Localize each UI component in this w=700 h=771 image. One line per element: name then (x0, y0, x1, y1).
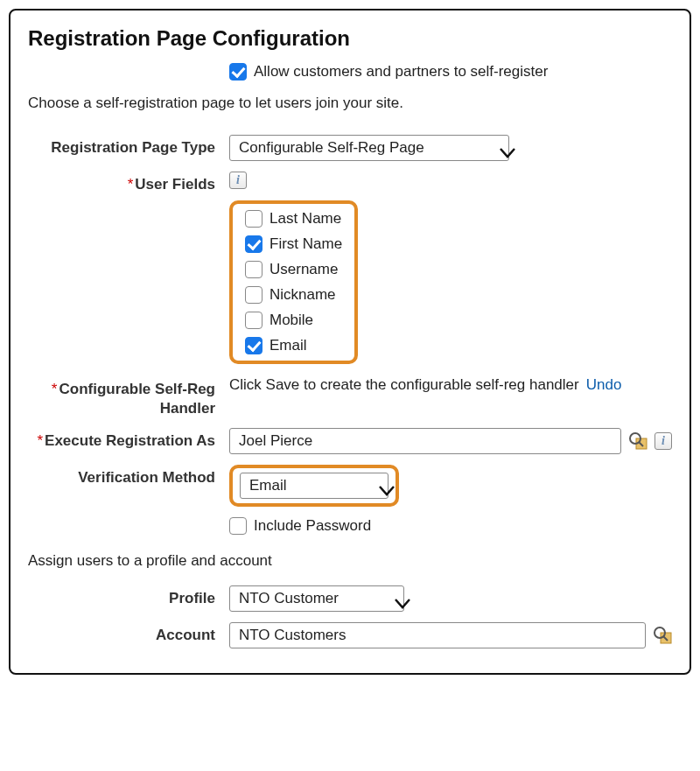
row-account: Account NTO Customers (28, 622, 672, 648)
checkbox-nickname[interactable] (245, 286, 262, 304)
profile-select[interactable]: NTO Customer (229, 585, 404, 612)
row-execute-as: *Execute Registration As Joel Pierce i (28, 428, 672, 454)
label-user-fields: *User Fields (28, 172, 229, 193)
user-field-email: Email (245, 337, 342, 354)
include-password-checkbox[interactable] (229, 517, 247, 535)
checkbox-email[interactable] (245, 337, 262, 354)
info-icon[interactable]: i (229, 172, 247, 189)
account-value: NTO Customers (239, 627, 346, 644)
handler-message: Click Save to create the configurable se… (229, 376, 579, 394)
allow-self-register-row: Allow customers and partners to self-reg… (229, 63, 672, 81)
execute-as-value: Joel Pierce (239, 432, 312, 450)
registration-page-type-value: Configurable Self-Reg Page (239, 139, 424, 157)
row-profile: Profile NTO Customer (28, 585, 672, 612)
row-registration-page-type: Registration Page Type Configurable Self… (28, 135, 672, 161)
allow-self-register-checkbox[interactable] (229, 63, 247, 81)
page-title: Registration Page Configuration (28, 26, 672, 51)
user-field-nickname: Nickname (245, 286, 342, 304)
label-registration-page-type: Registration Page Type (28, 135, 229, 157)
label-verification: Verification Method (28, 465, 229, 487)
account-input[interactable]: NTO Customers (229, 622, 646, 648)
verification-highlight: Email (229, 465, 399, 507)
verification-method-value: Email (249, 477, 287, 494)
checkbox-first-name[interactable] (245, 235, 262, 253)
row-handler: *Configurable Self-Reg Handler Click Sav… (28, 376, 672, 417)
registration-config-panel: Registration Page Configuration Allow cu… (9, 9, 691, 675)
user-field-first-name: First Name (245, 235, 342, 253)
row-include-password: Include Password (28, 517, 672, 535)
user-field-username: Username (245, 261, 342, 278)
user-field-label: First Name (270, 235, 342, 253)
include-password-label: Include Password (254, 517, 371, 535)
undo-link[interactable]: Undo (586, 376, 622, 394)
user-fields-list: Last Name First Name Username Nickname (245, 210, 342, 354)
info-icon[interactable]: i (654, 432, 672, 450)
include-password-row: Include Password (229, 517, 371, 535)
checkbox-last-name[interactable] (245, 210, 262, 228)
user-field-label: Nickname (270, 286, 336, 304)
allow-self-register-label: Allow customers and partners to self-reg… (254, 63, 548, 81)
label-profile: Profile (28, 585, 229, 607)
registration-page-type-select[interactable]: Configurable Self-Reg Page (229, 135, 509, 161)
label-handler: *Configurable Self-Reg Handler (28, 376, 229, 417)
instruction-text: Choose a self-registration page to let u… (28, 95, 672, 112)
verification-method-select[interactable]: Email (240, 473, 388, 499)
assign-heading: Assign users to a profile and account (28, 552, 672, 570)
row-user-fields-options: Last Name First Name Username Nickname (28, 200, 672, 364)
user-field-mobile: Mobile (245, 312, 342, 329)
row-user-fields: *User Fields i (28, 172, 672, 193)
user-field-last-name: Last Name (245, 210, 342, 228)
user-field-label: Last Name (270, 210, 341, 228)
label-account: Account (28, 622, 229, 644)
profile-value: NTO Customer (239, 590, 339, 607)
checkbox-username[interactable] (245, 261, 262, 278)
user-field-label: Email (270, 337, 307, 354)
user-field-label: Mobile (270, 312, 313, 329)
user-field-label: Username (270, 261, 338, 278)
lookup-icon[interactable] (628, 431, 648, 451)
lookup-icon[interactable] (653, 626, 672, 645)
checkbox-mobile[interactable] (245, 312, 262, 329)
execute-as-input[interactable]: Joel Pierce (229, 428, 621, 454)
user-fields-highlight: Last Name First Name Username Nickname (229, 200, 358, 364)
label-execute-as: *Execute Registration As (28, 428, 229, 450)
row-verification: Verification Method Email (28, 465, 672, 507)
